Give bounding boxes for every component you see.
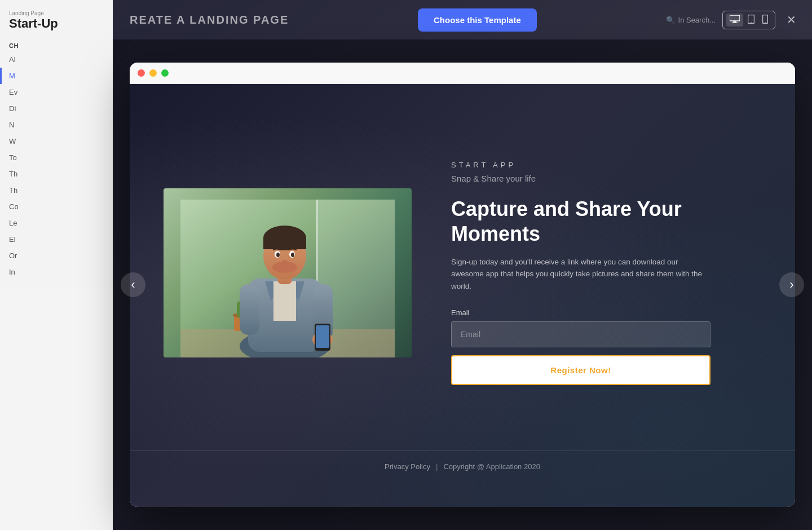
topbar-center: Choose this Template — [418, 8, 537, 32]
sidebar-item-0[interactable]: Al — [0, 51, 113, 68]
svg-point-32 — [282, 260, 288, 263]
brand-main: Start-Up — [9, 16, 104, 31]
chevron-right-icon: › — [789, 279, 793, 291]
landing-preview: START APP Snap & Share your life Capture… — [130, 84, 795, 507]
app-tagline: Snap & Share your life — [451, 174, 761, 183]
search-bar: 🔍 In Search... — [666, 16, 716, 24]
sidebar-item-9[interactable]: Co — [0, 198, 113, 215]
search-icon: 🔍 — [666, 16, 675, 24]
svg-rect-0 — [730, 15, 740, 21]
mobile-view-button[interactable] — [759, 14, 771, 26]
prev-arrow-button[interactable]: ‹ — [121, 272, 145, 297]
sidebar-item-13[interactable]: In — [0, 264, 113, 280]
sidebar-item-8[interactable]: Th — [0, 182, 113, 198]
svg-point-4 — [751, 21, 752, 23]
person-image-wrap — [164, 188, 417, 357]
minimize-dot — [149, 69, 157, 77]
chevron-left-icon: ‹ — [131, 279, 135, 291]
close-button[interactable]: ✕ — [782, 11, 801, 29]
search-placeholder: In Search... — [678, 16, 716, 24]
email-input[interactable] — [451, 321, 710, 347]
sidebar-item-4[interactable]: N — [0, 117, 113, 133]
svg-point-6 — [765, 21, 766, 23]
sidebar-item-11[interactable]: El — [0, 231, 113, 248]
register-button[interactable]: Register Now! — [451, 355, 710, 385]
topbar-right: 🔍 In Search... ✕ — [666, 11, 801, 29]
sidebar-item-7[interactable]: Th — [0, 166, 113, 182]
topbar: REATE A LANDING PAGE Choose this Templat… — [113, 0, 812, 39]
preview-modal: START APP Snap & Share your life Capture… — [130, 63, 795, 507]
modal-titlebar — [130, 63, 795, 84]
sidebar-item-3[interactable]: Di — [0, 100, 113, 117]
tablet-view-button[interactable] — [744, 14, 758, 26]
svg-rect-26 — [263, 238, 306, 249]
svg-rect-2 — [732, 22, 738, 23]
desktop-view-button[interactable] — [726, 14, 743, 26]
maximize-dot — [161, 69, 169, 77]
svg-rect-22 — [316, 325, 329, 348]
sidebar-item-6[interactable]: To — [0, 149, 113, 166]
page-title: REATE A LANDING PAGE — [130, 14, 289, 26]
brand-sub: Landing Page — [9, 10, 104, 16]
sidebar-item-1[interactable]: M — [0, 68, 113, 84]
svg-rect-18 — [240, 284, 259, 335]
svg-point-31 — [291, 253, 294, 257]
sidebar-item-2[interactable]: Ev — [0, 84, 113, 100]
main-headline: Capture and Share Your Moments — [451, 197, 761, 245]
brand: Landing Page Start-Up — [0, 6, 113, 33]
landing-content: START APP Snap & Share your life Capture… — [130, 84, 795, 450]
svg-rect-17 — [273, 281, 296, 321]
person-illustration — [180, 200, 395, 357]
landing-right-content: START APP Snap & Share your life Capture… — [451, 161, 761, 385]
person-image — [164, 188, 412, 357]
sidebar-item-10[interactable]: Le — [0, 215, 113, 231]
email-label: Email — [451, 308, 761, 317]
app-name: START APP — [451, 161, 761, 169]
sidebar-heading: CH — [0, 33, 113, 51]
sidebar-item-5[interactable]: W — [0, 133, 113, 149]
device-switcher — [722, 11, 775, 29]
sidebar-item-12[interactable]: Or — [0, 248, 113, 264]
next-arrow-button[interactable]: › — [779, 272, 804, 297]
main-content: ‹ — [113, 39, 812, 530]
description: Sign-up today and you'll receive a link … — [451, 256, 710, 293]
close-dot — [138, 69, 145, 77]
choose-template-button[interactable]: Choose this Template — [418, 8, 537, 32]
sidebar: Landing Page Start-Up CH Al M Ev Di N W … — [0, 0, 113, 530]
svg-point-30 — [276, 253, 280, 257]
